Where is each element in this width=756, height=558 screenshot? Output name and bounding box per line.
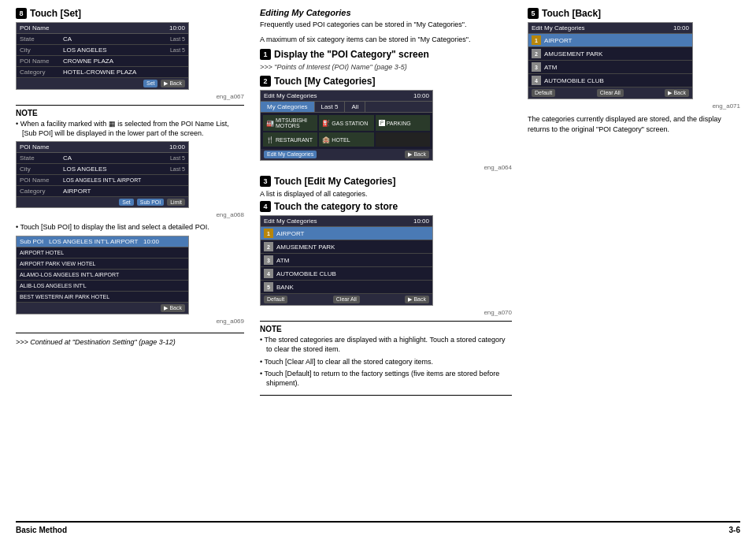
- note-title-left: NOTE: [16, 109, 244, 117]
- note-mid-1: The stored categories are displayed with…: [260, 336, 512, 354]
- automobile-label: AUTOMOBILE CLUB: [276, 270, 336, 277]
- right-rank-4: 4: [532, 76, 541, 85]
- subpoi-footer: ▶ Back: [17, 303, 188, 314]
- catlist-amusement[interactable]: 2 AMUSEMENT PARK: [261, 240, 432, 254]
- right-rank-1: 1: [532, 35, 541, 45]
- rank-3: 3: [264, 255, 273, 265]
- state-value: CA: [63, 35, 170, 43]
- editing-title: Editing My Categories: [260, 8, 512, 17]
- rank-2: 2: [264, 242, 273, 251]
- catlist-atm[interactable]: 3 ATM: [261, 254, 432, 267]
- city-extra: Last 5: [170, 47, 185, 53]
- clearall-btn[interactable]: Clear All: [333, 296, 360, 303]
- step3-title: 3 Touch [Edit My Categories]: [260, 176, 512, 187]
- right-default-btn[interactable]: Default: [532, 89, 555, 97]
- rank-5: 5: [264, 282, 273, 292]
- rightcat-amusement[interactable]: 2 AMUSEMENT PARK: [528, 47, 692, 61]
- catlist-airport[interactable]: 1 AIRPORT: [261, 227, 432, 240]
- right-column: 5 Touch [Back] Edit My Categories 10:00 …: [520, 8, 740, 521]
- step2-label: Touch [My Categories]: [274, 76, 375, 87]
- catitem-restaurant-label: RESTAURANT: [276, 137, 313, 143]
- default-btn[interactable]: Default: [264, 296, 287, 303]
- catitem-gasstation-label: GAS STATION: [332, 121, 368, 126]
- note-box-left: NOTE When a facility marked with ▦ is se…: [16, 105, 244, 333]
- edit-mycategories-btn[interactable]: Edit My Categories: [264, 151, 317, 158]
- step1-arrow: >>> "Points of Interest (POI) Name" (pag…: [260, 63, 512, 71]
- rightcat-automobile[interactable]: 4 AUTOMOBILE CLUB: [528, 74, 692, 87]
- catitem-restaurant[interactable]: 🍴 RESTAURANT: [263, 132, 317, 147]
- subpoi-back-btn[interactable]: ▶ Back: [161, 304, 185, 312]
- tab-last5[interactable]: Last 5: [315, 102, 346, 112]
- mycat-back-btn[interactable]: ▶ Back: [405, 151, 429, 158]
- catitem-parking[interactable]: 🅿 PARKING: [376, 115, 430, 131]
- screen2-poiname-row: POI Name LOS ANGELES INT'L AIRPORT: [17, 175, 188, 186]
- right-clearall-btn[interactable]: Clear All: [597, 89, 624, 97]
- right-back-btn[interactable]: ▶ Back: [665, 89, 689, 97]
- note-item-2: Touch [Sub POI] to display the list and …: [16, 223, 244, 232]
- step1-num: 1: [260, 49, 271, 60]
- note-mid-2: Touch [Clear All] to clear all the store…: [260, 358, 512, 367]
- category-label: Category: [20, 69, 63, 76]
- mycat-caption: eng_a064: [260, 164, 512, 171]
- set-btn2[interactable]: Set: [119, 199, 134, 206]
- continued-text: >>> Continued at "Destination Setting" (…: [16, 338, 244, 346]
- mycat-title: Edit My Categories: [264, 92, 317, 99]
- gas-icon: ⛽: [322, 120, 330, 127]
- catlist-automobile[interactable]: 4 AUTOMOBILE CLUB: [261, 267, 432, 281]
- poiname-label: POI Name: [20, 58, 63, 65]
- step1-title: 1 Display the "POI Category" screen: [260, 49, 512, 60]
- screen1-row-poiname: POI Name CROWNE PLAZA: [17, 56, 188, 67]
- subpoi-btn[interactable]: Sub POI: [137, 199, 164, 206]
- screen1-row-city: City LOS ANGELES Last 5: [17, 45, 188, 56]
- screen1-time: 10:00: [169, 24, 185, 32]
- catitem-hotel[interactable]: 🏨 HOTEL: [319, 132, 373, 147]
- step5-num: 5: [528, 8, 539, 19]
- subpoi-screen: Sub POI LOS ANGELES INT'L AIRPORT 10:00 …: [16, 236, 189, 314]
- right-amusement-label: AMUSEMENT PARK: [544, 50, 602, 58]
- footer-left: Basic Method: [16, 526, 67, 534]
- mycat-footer: Edit My Categories ▶ Back: [261, 149, 432, 160]
- step5-title: 5 Touch [Back]: [528, 8, 740, 19]
- step3-desc: A list is displayed of all categories.: [260, 190, 512, 198]
- back-button[interactable]: ▶ Back: [161, 80, 185, 87]
- screen1-footer: Set ▶ Back: [17, 78, 188, 89]
- rightcat-atm[interactable]: 3 ATM: [528, 61, 692, 74]
- poi-name-screen1: POI Name 10:00 State CA Last 5 City LOS …: [16, 22, 189, 90]
- rightcat-airport[interactable]: 1 AIRPORT: [528, 34, 692, 47]
- screen1-row-state: State CA Last 5: [17, 34, 188, 45]
- catitem-gasstation[interactable]: ⛽ GAS STATION: [319, 115, 373, 131]
- airport-label: AIRPORT: [276, 230, 304, 237]
- catlist-bank[interactable]: 5 BANK: [261, 281, 432, 294]
- amusement-label: AMUSEMENT PARK: [276, 244, 335, 251]
- mitsubishi-icon: 🏭: [266, 120, 274, 127]
- right-rank-2: 2: [532, 49, 541, 58]
- step1-label: Display the "POI Category" screen: [274, 49, 429, 60]
- right-atm-label: ATM: [544, 64, 557, 71]
- note-box-mid: NOTE The stored categories are displayed…: [260, 321, 512, 395]
- set-button[interactable]: Set: [143, 80, 158, 87]
- category-value: HOTEL-CROWNE PLAZA: [63, 69, 185, 76]
- tab-mycategories[interactable]: My Categories: [261, 102, 315, 112]
- note-item-1: When a facility marked with ▦ is selecte…: [16, 120, 244, 138]
- content-area: 8 Touch [Set] POI Name 10:00 State CA La…: [16, 8, 740, 521]
- step4-label: Touch the category to store: [274, 201, 398, 212]
- edit-mycategories-screen: Edit My Categories 10:00 1 AIRPORT 2 AMU…: [260, 215, 433, 306]
- step3-num: 3: [260, 176, 271, 187]
- limit-btn[interactable]: Limit: [167, 199, 185, 206]
- mycat-grid: 🏭 MITSUBISHI MOTORS ⛽ GAS STATION 🅿 PARK…: [261, 113, 432, 149]
- editcat-time: 10:00: [413, 218, 429, 225]
- tab-all[interactable]: All: [345, 102, 365, 112]
- catitem-parking-label: PARKING: [387, 121, 411, 126]
- step4-title: 4 Touch the category to store: [260, 201, 512, 212]
- step8-num: 8: [16, 8, 27, 19]
- page-footer: Basic Method 3-6: [16, 521, 740, 534]
- step8-title: 8 Touch [Set]: [16, 8, 244, 19]
- catitem-mitsubishi[interactable]: 🏭 MITSUBISHI MOTORS: [263, 115, 317, 131]
- state-extra: Last 5: [170, 36, 185, 42]
- editcat-title: Edit My Categories: [264, 218, 317, 225]
- editcat-footer: Default Clear All ▶ Back: [261, 294, 432, 305]
- editcat-back-btn[interactable]: ▶ Back: [405, 296, 429, 303]
- step5-label: Touch [Back]: [542, 8, 601, 19]
- screen2-title: POI Name: [20, 143, 49, 151]
- subpoi-item-4: ALIB-LOS ANGELES INT'L: [17, 281, 188, 292]
